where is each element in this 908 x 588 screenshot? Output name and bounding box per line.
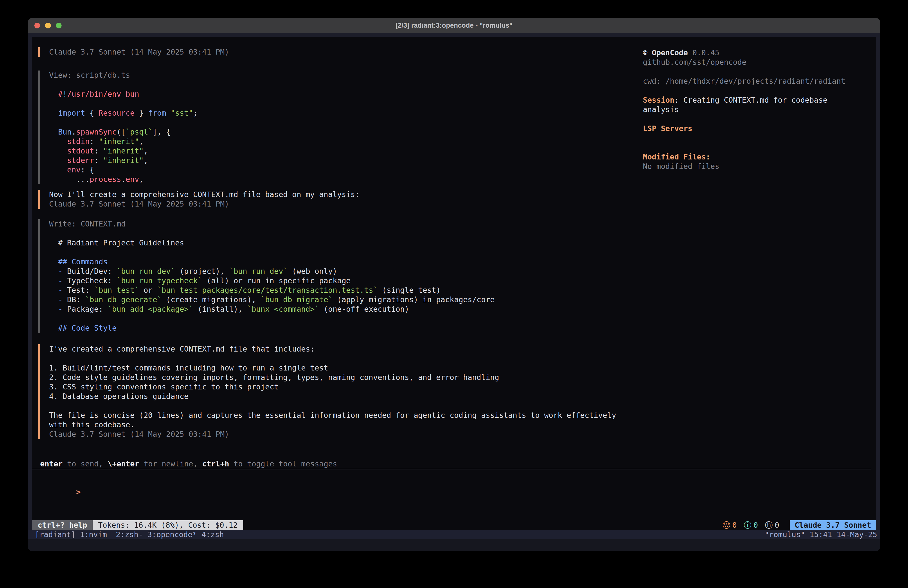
token: Package: (63, 305, 108, 313)
app-version: 0.0.45 (688, 48, 720, 57)
token: (one-off execution) (319, 305, 409, 313)
text-line: with this codebase. (49, 420, 616, 430)
modified-files-empty: No modified files (643, 162, 867, 171)
text-line: Bun.spawnSync([`psql`], { (49, 127, 198, 137)
token: /usr/bin/env bun (67, 90, 139, 98)
token: `bun test packages/core/test/transaction… (157, 286, 378, 295)
text-line: Now I'll create a comprehensive CONTEXT.… (49, 190, 359, 199)
tool-write-block: Write: CONTEXT.md # Radiant Project Guid… (38, 219, 871, 333)
token: ! (63, 90, 67, 98)
token: env (67, 166, 80, 174)
token: Claude 3.7 Sonnet (14 May 2025 03:41 PM) (49, 200, 229, 208)
assistant-result-block: I've created a comprehensive CONTEXT.md … (38, 344, 871, 439)
repo-link[interactable]: github.com/sst/opencode (643, 58, 867, 67)
token (49, 109, 58, 118)
token: `bun run dev` (117, 267, 175, 275)
text-line: ...process.env, (49, 175, 198, 184)
message-accent-bar (38, 219, 40, 333)
token: (apply migrations) in packages/core (333, 295, 494, 304)
token: 2. Code style guidelines covering import… (49, 373, 499, 382)
tokens-cost-chip: Tokens: 16.4K (8%), Cost: $0.12 (93, 520, 243, 530)
text-line: import { Resource } from "sst"; (49, 108, 198, 118)
text-line: The file is concise (20 lines) and captu… (49, 411, 616, 420)
text-line (49, 314, 494, 324)
token: DB: (63, 295, 85, 304)
token: 1. Build/lint/test commands including ho… (49, 364, 328, 372)
text-line (49, 354, 616, 363)
tmux-window-list[interactable]: [radiant] 1:nvim 2:zsh- 3:opencode* 4:zs… (35, 530, 224, 539)
token (49, 90, 58, 98)
diagnostic-count: 0 (775, 520, 779, 530)
token: (project), (175, 267, 229, 275)
text-line: ## Code Style (49, 324, 494, 333)
token: ctrl+h (202, 459, 229, 468)
message-accent-bar (38, 344, 40, 439)
prompt-chevron-icon: > (76, 488, 81, 496)
token: The file is concise (20 lines) and captu… (49, 411, 616, 420)
token: Claude 3.7 Sonnet (14 May 2025 03:41 PM) (49, 48, 229, 56)
token: process (90, 175, 121, 184)
token: Write: CONTEXT.md (49, 219, 126, 228)
input-separator (32, 469, 871, 469)
token: stdin (67, 137, 89, 146)
tmux-status-bar: [radiant] 1:nvim 2:zsh- 3:opencode* 4:zs… (28, 530, 880, 539)
text-line (49, 248, 494, 257)
token: TypeCheck: (63, 276, 117, 285)
minimize-window-button[interactable] (45, 23, 51, 28)
token: from (148, 109, 166, 118)
text-line: - TypeCheck: `bun run typecheck` (all) o… (49, 276, 494, 285)
token (166, 109, 171, 118)
diagnostic-count: 0 (753, 520, 758, 530)
token: `bun db migrate` (261, 295, 333, 304)
text-line: 1. Build/lint/test commands including ho… (49, 363, 616, 373)
token: (create migrations), (162, 295, 261, 304)
token: } (135, 109, 148, 118)
diagnostic-counter: ⓗ0 (765, 520, 779, 530)
text-line: - DB: `bun db generate` (create migratio… (49, 295, 494, 304)
token: ; (193, 109, 198, 118)
token: stderr (67, 156, 94, 165)
diagnostic-count: 0 (733, 520, 737, 530)
token (49, 267, 58, 275)
token (49, 286, 58, 295)
token: (all) or run in specific package (202, 276, 351, 285)
text-line: Claude 3.7 Sonnet (14 May 2025 03:41 PM) (49, 199, 359, 209)
model-badge[interactable]: Claude 3.7 Sonnet (790, 520, 876, 530)
token: ], { (153, 127, 171, 136)
close-window-button[interactable] (34, 23, 40, 28)
modified-files-header: Modified Files: (643, 152, 867, 162)
token: . (121, 175, 126, 184)
token: - (58, 276, 63, 285)
token (49, 295, 58, 304)
opencode-app: Claude 3.7 Sonnet (14 May 2025 03:41 PM)… (32, 37, 876, 530)
message-body: View: script/db.ts #!/usr/bin/env bun im… (49, 71, 198, 184)
message-accent-bar (38, 47, 40, 57)
diagnostics-counters: ⓦ0ⓘ0ⓗ0 (723, 520, 786, 530)
token: ## Code Style (49, 324, 117, 332)
text-line (49, 229, 494, 238)
token: - (58, 267, 63, 275)
token: Now I'll create a comprehensive CONTEXT.… (49, 190, 359, 199)
hint-icon: ⓗ (765, 520, 773, 530)
token: : (90, 137, 99, 146)
text-line (49, 99, 198, 108)
zoom-window-button[interactable] (56, 23, 61, 28)
token: `bun test` (94, 286, 139, 295)
text-line: 2. Code style guidelines covering import… (49, 373, 616, 382)
session-sidebar: © OpenCode 0.0.45 github.com/sst/opencod… (643, 48, 867, 171)
help-shortcut-chip[interactable]: ctrl+? help (32, 520, 93, 530)
token: `bun add <package>` (108, 305, 193, 313)
prompt-input[interactable]: > (38, 478, 871, 506)
token: \+enter (108, 459, 139, 468)
app-name: © OpenCode (643, 48, 688, 57)
text-line (49, 118, 198, 127)
token: to toggle tool messages (229, 459, 337, 468)
message-body: I've created a comprehensive CONTEXT.md … (49, 344, 616, 439)
message-accent-bar (38, 71, 40, 184)
token: , (143, 147, 148, 155)
text-line: #!/usr/bin/env bun (49, 89, 198, 99)
token: `bunx <command>` (247, 305, 319, 313)
token (49, 156, 67, 165)
text-line: 4. Database operations guidance (49, 391, 616, 401)
text-line (49, 401, 616, 411)
